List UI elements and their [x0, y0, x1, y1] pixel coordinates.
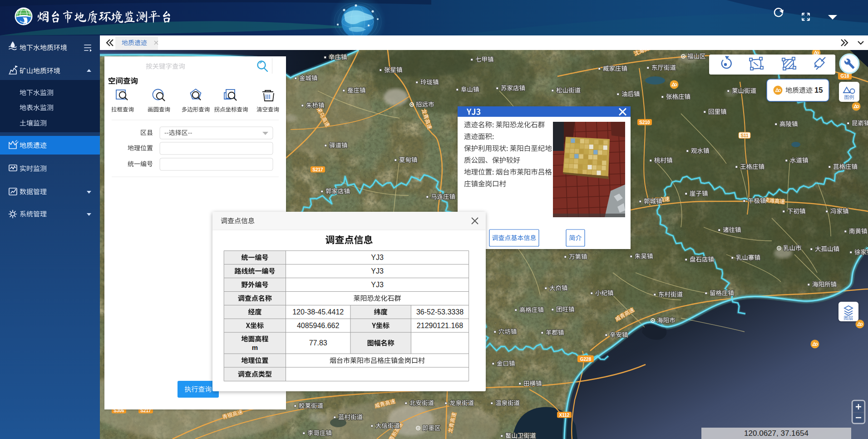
- svg-text:21290121.168: 21290121.168: [417, 322, 463, 329]
- svg-text:YJ3: YJ3: [371, 281, 384, 289]
- svg-text:X112: X112: [559, 413, 570, 418]
- svg-text:15: 15: [814, 86, 823, 94]
- svg-text:YJ3: YJ3: [371, 267, 384, 275]
- svg-text:S11: S11: [740, 133, 749, 138]
- svg-text:77.83: 77.83: [309, 339, 327, 347]
- svg-text:120-38-45.4412: 120-38-45.4412: [292, 308, 344, 316]
- svg-text:G18: G18: [841, 74, 849, 79]
- svg-text:36-52-53.3338: 36-52-53.3338: [416, 308, 464, 316]
- svg-text:YJ3: YJ3: [371, 254, 384, 261]
- svg-text:S210: S210: [639, 120, 650, 125]
- svg-text:G228: G228: [580, 357, 592, 362]
- svg-text:m: m: [252, 344, 258, 351]
- svg-text:120.0627, 37.1654: 120.0627, 37.1654: [744, 429, 809, 438]
- svg-text:4085946.662: 4085946.662: [297, 322, 340, 329]
- svg-text:S217: S217: [312, 167, 323, 172]
